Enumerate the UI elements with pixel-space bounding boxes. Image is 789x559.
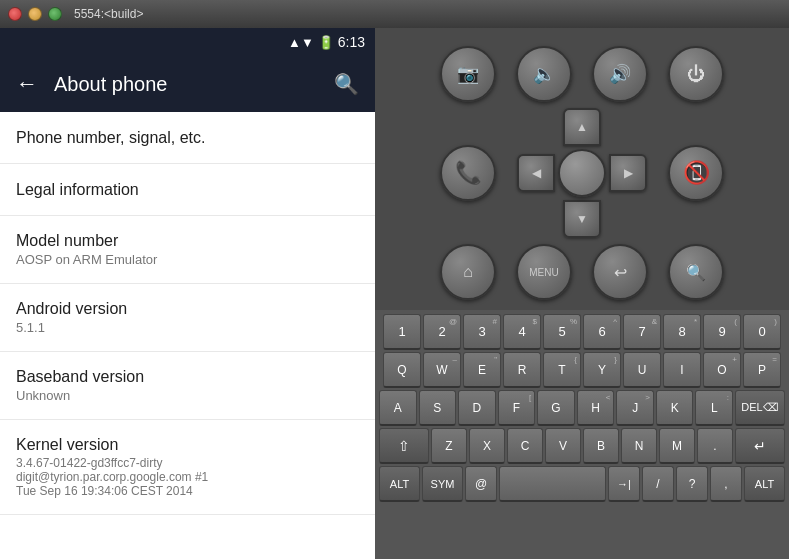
list-item-subtitle: 3.4.67-01422-gd3ffcc7-dirty digit@tyrion… (16, 456, 359, 498)
list-item-title: Android version (16, 300, 359, 318)
menu-button[interactable]: MENU (516, 244, 572, 300)
camera-button[interactable]: 📷 (440, 46, 496, 102)
controls-area: 📷 🔈 🔊 ⏻ 📞 ▲ ▼ ◀ ▶ 📵 ⌂ MENU ↩ 🔍 (413, 28, 751, 310)
key-k[interactable]: K (656, 390, 694, 426)
key-space[interactable] (499, 466, 606, 502)
key-2[interactable]: 2@ (423, 314, 461, 350)
back-button[interactable]: ← (16, 73, 38, 95)
page-title: About phone (54, 73, 318, 96)
close-button[interactable] (8, 7, 22, 21)
key-s[interactable]: S (419, 390, 457, 426)
key-l[interactable]: L: (695, 390, 733, 426)
key-m[interactable]: M (659, 428, 695, 464)
key-alt-right[interactable]: ALT (744, 466, 785, 502)
key-comma[interactable]: , (710, 466, 742, 502)
back-button-ctrl[interactable]: ↩ (592, 244, 648, 300)
end-call-button[interactable]: 📵 (668, 145, 724, 201)
key-4[interactable]: 4$ (503, 314, 541, 350)
list-item-title: Model number (16, 232, 359, 250)
key-alt-left[interactable]: ALT (379, 466, 420, 502)
keyboard-row-zxcv: ⇧ Z X C V B N M . ↵ (379, 428, 785, 464)
power-button[interactable]: ⏻ (668, 46, 724, 102)
key-n[interactable]: N (621, 428, 657, 464)
key-d[interactable]: D (458, 390, 496, 426)
list-item-kernel[interactable]: Kernel version 3.4.67-01422-gd3ffcc7-dir… (0, 420, 375, 515)
key-0[interactable]: 0) (743, 314, 781, 350)
list-item-baseband[interactable]: Baseband version Unknown (0, 352, 375, 420)
list-item-title: Legal information (16, 181, 359, 199)
key-e[interactable]: E" (463, 352, 501, 388)
list-item-title: Kernel version (16, 436, 359, 454)
key-z[interactable]: Z (431, 428, 467, 464)
list-item-subtitle: AOSP on ARM Emulator (16, 252, 359, 267)
key-v[interactable]: V (545, 428, 581, 464)
dpad-up-button[interactable]: ▲ (563, 108, 601, 146)
list-item-title: Phone number, signal, etc. (16, 129, 359, 147)
key-g[interactable]: G (537, 390, 575, 426)
key-w[interactable]: W– (423, 352, 461, 388)
key-u[interactable]: U (623, 352, 661, 388)
key-r[interactable]: R (503, 352, 541, 388)
call-button[interactable]: 📞 (440, 145, 496, 201)
dpad-down-button[interactable]: ▼ (563, 200, 601, 238)
signal-icon: ▲▼ (288, 35, 314, 50)
key-i[interactable]: I (663, 352, 701, 388)
list-item-title: Baseband version (16, 368, 359, 386)
key-c[interactable]: C (507, 428, 543, 464)
search-icon[interactable]: 🔍 (334, 72, 359, 96)
key-h[interactable]: H< (577, 390, 615, 426)
list-item-android[interactable]: Android version 5.1.1 (0, 284, 375, 352)
key-b[interactable]: B (583, 428, 619, 464)
key-slash[interactable]: / (642, 466, 674, 502)
key-delete[interactable]: DEL⌫ (735, 390, 785, 426)
key-at[interactable]: @ (465, 466, 497, 502)
maximize-button[interactable] (48, 7, 62, 21)
key-6[interactable]: 6^ (583, 314, 621, 350)
key-1[interactable]: 1 (383, 314, 421, 350)
phone-screen: ▲▼ 🔋 6:13 ← About phone 🔍 Phone number, … (0, 28, 375, 559)
key-8[interactable]: 8* (663, 314, 701, 350)
keyboard-row-asdf: A S D F[ G H< J> K L: DEL⌫ (379, 390, 785, 426)
dpad-right-button[interactable]: ▶ (609, 154, 647, 192)
list-item-subtitle: Unknown (16, 388, 359, 403)
home-button[interactable]: ⌂ (440, 244, 496, 300)
keyboard-row-numbers: 1 2@ 3# 4$ 5% 6^ 7& 8* 9( 0) (379, 314, 785, 350)
key-o[interactable]: O+ (703, 352, 741, 388)
search-button[interactable]: 🔍 (668, 244, 724, 300)
list-item-phone-number[interactable]: Phone number, signal, etc. (0, 112, 375, 164)
key-t[interactable]: T{ (543, 352, 581, 388)
key-7[interactable]: 7& (623, 314, 661, 350)
status-bar: ▲▼ 🔋 6:13 (0, 28, 375, 56)
dpad-left-button[interactable]: ◀ (517, 154, 555, 192)
keyboard: 1 2@ 3# 4$ 5% 6^ 7& 8* 9( 0) Q W– E" R T… (375, 310, 789, 559)
volume-down-button[interactable]: 🔈 (516, 46, 572, 102)
key-9[interactable]: 9( (703, 314, 741, 350)
key-enter[interactable]: ↵ (735, 428, 785, 464)
key-a[interactable]: A (379, 390, 417, 426)
window-title: 5554:<build> (74, 7, 143, 21)
key-j[interactable]: J> (616, 390, 654, 426)
key-y[interactable]: Y} (583, 352, 621, 388)
key-tab[interactable]: →| (608, 466, 640, 502)
key-shift[interactable]: ⇧ (379, 428, 429, 464)
right-panel: 📷 🔈 🔊 ⏻ 📞 ▲ ▼ ◀ ▶ 📵 ⌂ MENU ↩ 🔍 1 2@ 3# 4… (375, 28, 789, 559)
key-question[interactable]: ? (676, 466, 708, 502)
list-item-model[interactable]: Model number AOSP on ARM Emulator (0, 216, 375, 284)
keyboard-row-bottom: ALT SYM @ →| / ? , ALT (379, 466, 785, 502)
app-bar: ← About phone 🔍 (0, 56, 375, 112)
key-p[interactable]: P= (743, 352, 781, 388)
list-item-subtitle: 5.1.1 (16, 320, 359, 335)
key-3[interactable]: 3# (463, 314, 501, 350)
minimize-button[interactable] (28, 7, 42, 21)
key-x[interactable]: X (469, 428, 505, 464)
volume-up-button[interactable]: 🔊 (592, 46, 648, 102)
key-5[interactable]: 5% (543, 314, 581, 350)
time-display: 6:13 (338, 34, 365, 50)
list-item-legal[interactable]: Legal information (0, 164, 375, 216)
dpad-center-button[interactable] (558, 149, 606, 197)
battery-icon: 🔋 (318, 35, 334, 50)
key-f[interactable]: F[ (498, 390, 536, 426)
key-period[interactable]: . (697, 428, 733, 464)
key-q[interactable]: Q (383, 352, 421, 388)
key-sym[interactable]: SYM (422, 466, 463, 502)
